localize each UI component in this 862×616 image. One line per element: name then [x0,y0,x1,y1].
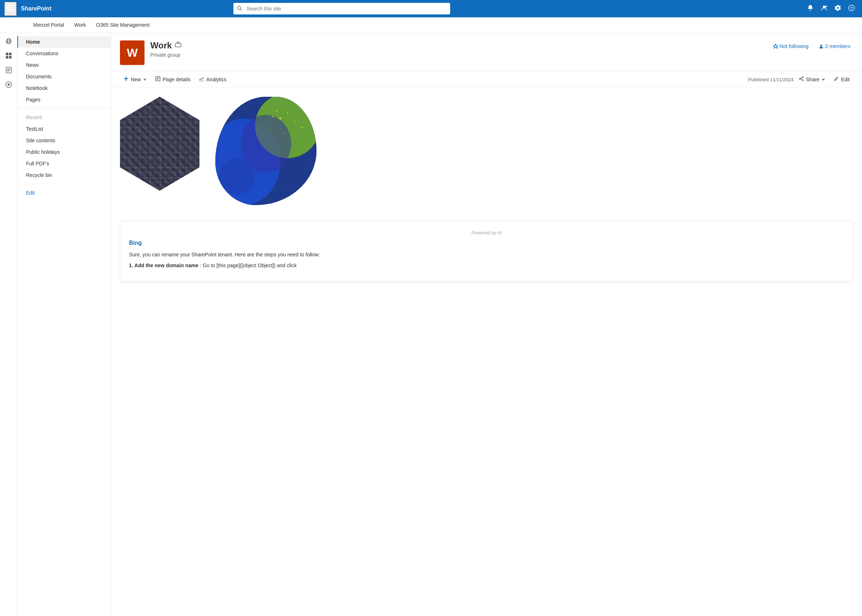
svg-rect-18 [6,53,8,55]
site-header: W Work Private group Not following 2 me [111,33,862,71]
follow-label: Not following [780,43,809,49]
svg-rect-1 [10,5,11,6]
edit-button[interactable]: Edit [830,74,853,85]
svg-point-57 [287,112,288,114]
new-label: New [131,77,141,82]
people-button[interactable] [818,3,830,15]
svg-point-58 [294,121,296,123]
svg-marker-30 [773,44,778,49]
sitenav-recycle-bin[interactable]: Recycle bin [17,169,111,181]
global-nav-pages[interactable] [2,64,15,77]
sitenav-home[interactable]: Home [17,36,111,48]
svg-point-31 [820,45,822,47]
site-subtitle: Private group [150,52,764,58]
site-nav: Home Conversations News Documents Notebo… [17,33,111,616]
sitenav-full-pdfs[interactable]: Full PDF's [17,158,111,169]
svg-rect-0 [7,5,9,6]
notification-button[interactable] [804,3,816,15]
main-content: W Work Private group Not following 2 me [111,33,862,616]
svg-point-55 [219,158,255,194]
step-1-bold: 1. Add the new domain name [129,262,198,268]
bing-title: Bing [129,240,844,246]
search-bar [233,3,450,14]
sitenav-conversations[interactable]: Conversations [17,48,111,59]
svg-line-43 [800,79,802,80]
images-section [120,97,853,212]
svg-rect-2 [12,5,14,6]
svg-point-40 [802,80,803,81]
svg-rect-3 [7,7,9,9]
svg-text:?: ? [851,6,853,10]
global-nav [0,17,17,616]
svg-point-41 [799,79,800,79]
hex-inner [120,97,200,191]
app-logo: SharePoint [21,5,51,12]
svg-rect-7 [10,9,11,11]
share-button[interactable]: Share [795,74,829,85]
svg-rect-6 [7,9,9,11]
edit-label: Edit [841,77,850,82]
edit-icon [834,76,839,83]
share-label: Share [806,77,820,82]
svg-point-12 [825,5,827,7]
new-chevron-icon [143,77,147,82]
plus-icon [124,76,129,83]
layout: W Work Private group Not following 2 me [0,33,862,616]
step-1-text: : Go to [this page]([object Object]) and… [200,262,297,268]
site-logo: W [120,41,145,65]
published-text: Published 11/11/2024 [748,77,794,82]
svg-point-63 [251,168,252,170]
global-nav-sites[interactable] [2,35,15,48]
search-input[interactable] [233,3,450,14]
svg-rect-8 [12,9,14,11]
page-details-button[interactable]: Page details [152,74,194,85]
sitenav-recent-label: Recent [17,112,111,123]
svg-point-60 [301,127,303,128]
help-button[interactable]: ? [845,3,858,15]
svg-point-64 [233,183,234,184]
follow-button[interactable]: Not following [770,42,812,50]
svg-rect-50 [120,97,200,191]
sitenav-site-contents[interactable]: Site contents [17,135,111,146]
svg-line-42 [800,78,802,79]
global-nav-create[interactable] [2,78,15,91]
ai-step-1: 1. Add the new domain name : Go to [this… [129,261,844,269]
sitenav-documents[interactable]: Documents [17,71,111,82]
waffle-button[interactable] [4,2,17,16]
blob-image-container [216,97,324,212]
new-button[interactable]: New [120,74,150,85]
hex-shape [120,97,200,191]
svg-point-59 [272,116,274,117]
toolbar: New Page details Analytics Published 11/… [111,71,862,88]
svg-rect-29 [175,43,181,47]
sitenav-news[interactable]: News [17,59,111,71]
members-button[interactable]: 2 members [816,42,853,50]
svg-rect-4 [10,7,11,9]
sitenav-testlist[interactable]: TestList [17,123,111,135]
analytics-button[interactable]: Analytics [195,74,230,85]
sitenav-notebook[interactable]: Notebook [17,82,111,94]
svg-rect-5 [12,7,14,9]
secondnav-menzel-portal[interactable]: Menzel Portal [29,19,69,32]
global-nav-apps[interactable] [2,49,15,62]
ai-powered-label: Powered by AI [129,230,844,236]
svg-point-65 [244,186,245,188]
sitenav-pages[interactable]: Pages [17,94,111,105]
secondnav-work[interactable]: Work [70,19,90,32]
share-icon [799,76,804,83]
site-title: Work [150,41,172,50]
ai-steps-list: 1. Add the new domain name : Go to [this… [129,261,844,269]
svg-point-39 [802,77,803,78]
teams-icon[interactable] [175,41,181,49]
topbar-icons: ? [804,3,858,15]
sitenav-edit[interactable]: Edit [17,187,111,199]
secondnav-o365[interactable]: O365 Site Management [92,19,154,32]
svg-line-10 [241,9,242,11]
site-title-area: Work Private group [150,41,764,58]
secondary-nav: Menzel Portal Work O365 Site Management [0,17,862,33]
svg-point-61 [283,132,285,134]
settings-button[interactable] [832,3,844,15]
sitenav-public-holidays[interactable]: Public holidays [17,146,111,158]
ai-intro-text: Sure, you can rename your SharePoint ten… [129,251,844,270]
analytics-icon [199,76,204,83]
